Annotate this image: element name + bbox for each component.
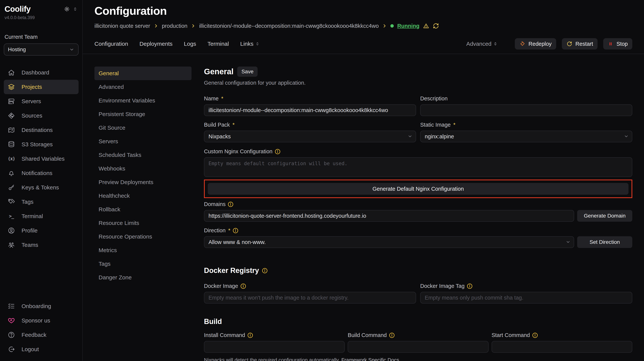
subnav-item-general[interactable]: General xyxy=(94,67,192,80)
sidebar-item-feedback[interactable]: Feedback xyxy=(4,328,78,342)
docker-registry-title: Docker Registry xyxy=(204,266,259,275)
subnav-item-preview-deployments[interactable]: Preview Deployments xyxy=(94,175,192,189)
subnav-item-scheduled-tasks[interactable]: Scheduled Tasks xyxy=(94,148,192,162)
subnav-item-healthcheck[interactable]: Healthcheck xyxy=(94,189,192,203)
info-icon[interactable] xyxy=(532,332,538,338)
sidebar-item-label: Destinations xyxy=(22,127,53,133)
breadcrumb-resource[interactable]: illicitestonion/-module--decomposition:m… xyxy=(199,23,379,29)
subnav-item-resource-operations[interactable]: Resource Operations xyxy=(94,230,192,243)
name-input[interactable] xyxy=(204,104,416,116)
info-icon[interactable] xyxy=(240,283,246,289)
nixpacks-note: Nixpacks will detect the required config… xyxy=(204,357,632,361)
subnav-item-git-source[interactable]: Git Source xyxy=(94,121,192,135)
sidebar-item-destinations[interactable]: Destinations xyxy=(4,123,78,137)
sidebar: Coolify v4.0.0-beta.399 Current Team Hos… xyxy=(0,0,83,361)
info-icon[interactable] xyxy=(389,332,395,338)
generate-domain-button[interactable]: Generate Domain xyxy=(577,210,632,222)
subnav-item-danger-zone[interactable]: Danger Zone xyxy=(94,271,192,284)
pause-icon xyxy=(608,41,614,47)
sidebar-item-terminal[interactable]: >_ Terminal xyxy=(4,209,78,223)
direction-select[interactable] xyxy=(204,236,574,248)
subnav-item-tags[interactable]: Tags xyxy=(94,257,192,271)
restart-button[interactable]: Restart xyxy=(562,38,598,50)
subnav-item-rollback[interactable]: Rollback xyxy=(94,203,192,216)
required-asterisk: * xyxy=(221,96,223,102)
save-button[interactable]: Save xyxy=(237,67,258,77)
info-icon[interactable] xyxy=(228,201,234,207)
database-icon xyxy=(8,141,15,148)
sidebar-item-teams[interactable]: Teams xyxy=(4,238,78,252)
sidebar-item-notifications[interactable]: Notifications xyxy=(4,166,78,180)
theme-sun-icon[interactable] xyxy=(64,6,70,12)
sidebar-item-logout[interactable]: Logout xyxy=(4,342,78,356)
info-icon[interactable] xyxy=(467,283,472,289)
build-command-input[interactable] xyxy=(348,341,488,353)
tab-deployments[interactable]: Deployments xyxy=(140,41,172,47)
home-icon xyxy=(8,69,15,76)
install-command-input[interactable] xyxy=(204,341,345,353)
build-pack-select[interactable] xyxy=(204,131,416,142)
description-input[interactable] xyxy=(420,104,632,116)
sidebar-item-label: Servers xyxy=(22,98,41,105)
sidebar-item-s3-storages[interactable]: S3 Storages xyxy=(4,137,78,152)
theme-selector-icon[interactable] xyxy=(72,7,78,12)
stop-button[interactable]: Stop xyxy=(603,38,632,50)
sidebar-item-shared-variables[interactable]: (x) Shared Variables xyxy=(4,152,78,166)
framework-docs-link[interactable]: Framework Specific Docs xyxy=(341,357,399,361)
breadcrumb-project[interactable]: illicitonion quote server xyxy=(94,23,150,29)
sidebar-footer: Onboarding Sponsor us Feedback Logout xyxy=(4,299,78,357)
redeploy-button[interactable]: Redeploy xyxy=(515,38,556,50)
sidebar-item-sources[interactable]: Sources xyxy=(4,109,78,123)
info-icon[interactable] xyxy=(233,228,238,233)
sidebar-item-label: Onboarding xyxy=(22,303,51,309)
sidebar-header-icons xyxy=(64,6,78,12)
info-icon[interactable] xyxy=(262,268,268,273)
custom-nginx-textarea[interactable] xyxy=(204,157,632,177)
subnav-item-metrics[interactable]: Metrics xyxy=(94,243,192,257)
subnav-item-advanced[interactable]: Advanced xyxy=(94,80,192,94)
status-badge[interactable]: Running xyxy=(397,23,420,29)
subnav-item-servers[interactable]: Servers xyxy=(94,135,192,148)
sidebar-item-profile[interactable]: Profile xyxy=(4,223,78,238)
sidebar-item-sponsor[interactable]: Sponsor us xyxy=(4,313,78,328)
section-subtitle: General configuration for your applicati… xyxy=(204,80,632,86)
sidebar-item-label: Sponsor us xyxy=(22,317,50,324)
advanced-dropdown[interactable]: Advanced xyxy=(466,41,498,47)
tab-links[interactable]: Links xyxy=(240,41,260,47)
domains-label: Domains xyxy=(204,201,632,207)
breadcrumb: illicitonion quote server production ill… xyxy=(94,23,632,29)
generate-nginx-button[interactable]: Generate Default Nginx Configuration xyxy=(208,183,628,195)
static-image-select[interactable] xyxy=(420,131,632,142)
terminal-icon: >_ xyxy=(8,212,15,220)
tab-configuration[interactable]: Configuration xyxy=(94,41,128,47)
sidebar-item-projects[interactable]: Projects xyxy=(4,80,78,94)
set-direction-button[interactable]: Set Direction xyxy=(577,236,632,248)
tab-terminal[interactable]: Terminal xyxy=(208,41,229,47)
action-buttons: Redeploy Restart Stop xyxy=(515,38,632,50)
info-icon[interactable] xyxy=(248,332,253,338)
subnav-item-persistent-storage[interactable]: Persistent Storage xyxy=(94,107,192,121)
docker-image-input[interactable] xyxy=(204,292,416,303)
sidebar-item-dashboard[interactable]: Dashboard xyxy=(4,65,78,80)
sidebar-item-servers[interactable]: Servers xyxy=(4,94,78,109)
domains-input[interactable] xyxy=(204,210,574,222)
refresh-icon[interactable] xyxy=(433,23,439,29)
subnav-item-webhooks[interactable]: Webhooks xyxy=(94,162,192,175)
sidebar-item-label: Projects xyxy=(22,84,42,90)
sidebar-item-label: Feedback xyxy=(22,332,46,338)
custom-nginx-label: Custom Nginx Configuration xyxy=(204,148,632,155)
sidebar-item-keys-tokens[interactable]: Keys & Tokens xyxy=(4,180,78,195)
tab-logs[interactable]: Logs xyxy=(184,41,196,47)
info-icon[interactable] xyxy=(275,149,280,154)
warning-icon[interactable] xyxy=(423,23,429,29)
start-command-input[interactable] xyxy=(492,341,632,353)
subnav-item-environment-variables[interactable]: Environment Variables xyxy=(94,94,192,107)
subnav-item-resource-limits[interactable]: Resource Limits xyxy=(94,216,192,230)
docker-image-tag-input[interactable] xyxy=(420,292,632,303)
settings-subnav: General Advanced Environment Variables P… xyxy=(94,67,192,361)
selector-icon xyxy=(493,41,498,46)
team-select[interactable]: Hosting xyxy=(4,44,78,56)
breadcrumb-environment[interactable]: production xyxy=(162,23,187,29)
sidebar-item-tags[interactable]: Tags xyxy=(4,195,78,209)
sidebar-item-onboarding[interactable]: Onboarding xyxy=(4,299,78,313)
